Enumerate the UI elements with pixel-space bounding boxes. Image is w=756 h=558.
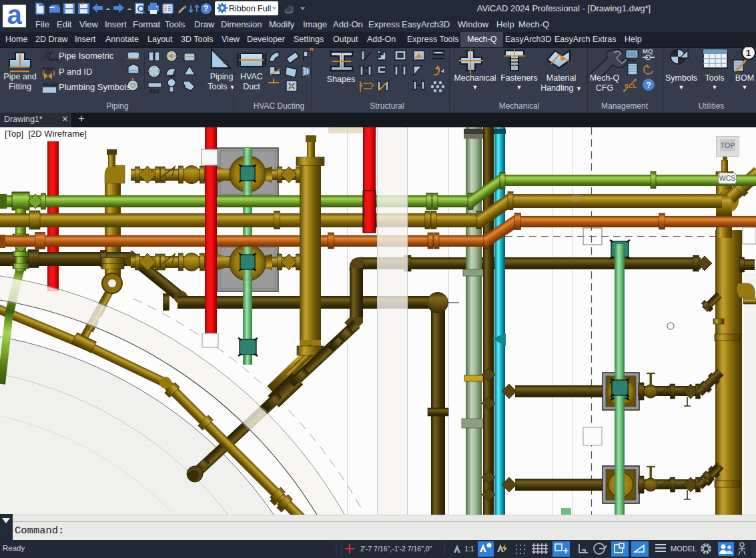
svg-text:ISO: ISO	[49, 57, 58, 63]
svg-text:?: ?	[646, 80, 651, 90]
svg-text:Ribbon Full: Ribbon Full	[229, 4, 271, 13]
svg-text:1: 1	[746, 48, 751, 58]
svg-text:MQ: MQ	[643, 47, 653, 55]
svg-text:2'-7 7/16",-1'-2 7/16",0": 2'-7 7/16",-1'-2 7/16",0"	[360, 545, 432, 553]
svg-text:abc: abc	[149, 87, 161, 95]
svg-text:}: }	[53, 69, 55, 76]
svg-text:?: ?	[204, 4, 208, 13]
svg-text:MODEL: MODEL	[671, 545, 697, 553]
svg-text:*: *	[81, 1, 84, 9]
svg-text:1:1: 1:1	[464, 545, 474, 553]
